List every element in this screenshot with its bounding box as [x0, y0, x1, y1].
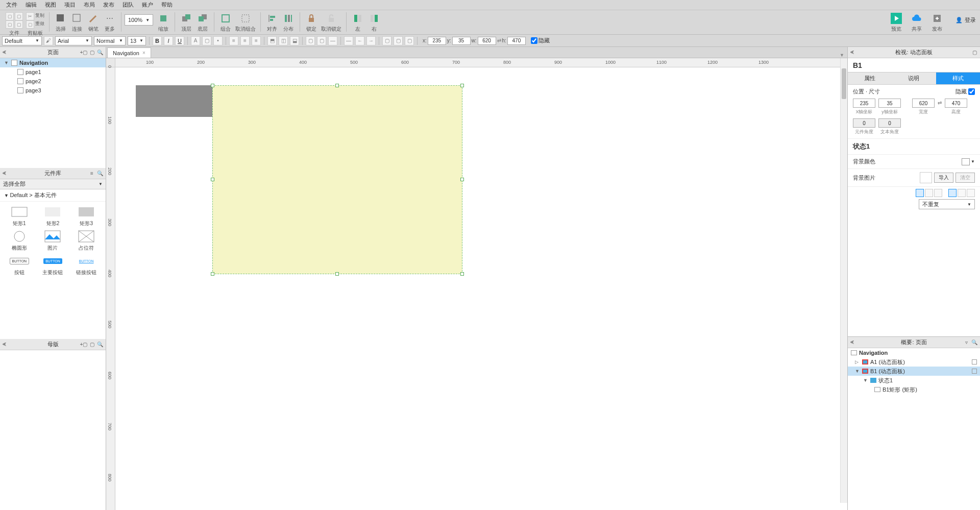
- toolbar-file[interactable]: ▢ ▢ ▢ ▢ 文件: [4, 12, 24, 37]
- toolbar-align[interactable]: 对齐: [264, 12, 280, 33]
- opacity-button[interactable]: ▢: [405, 36, 414, 45]
- menu-account[interactable]: 账户: [138, 0, 157, 10]
- resize-handle[interactable]: [460, 84, 464, 87]
- color-swatch[interactable]: [962, 158, 970, 165]
- canvas[interactable]: [115, 67, 847, 510]
- image-preview[interactable]: [920, 172, 932, 183]
- toolbar-dock-right[interactable]: 右: [366, 12, 382, 33]
- add-page-icon[interactable]: +▢: [80, 49, 87, 56]
- h-input[interactable]: [945, 99, 967, 108]
- y-input[interactable]: [452, 37, 471, 45]
- lock-aspect-icon[interactable]: ⇄: [938, 100, 942, 106]
- halign-right-button[interactable]: [934, 189, 942, 197]
- collapse-icon[interactable]: ⮜: [850, 50, 854, 55]
- search-icon[interactable]: 🔍: [96, 170, 104, 177]
- weight-combo[interactable]: Normal▼: [94, 36, 126, 45]
- h-input[interactable]: [507, 37, 526, 45]
- toolbar-dock-left[interactable]: 左: [350, 12, 366, 33]
- lock-aspect-icon[interactable]: ⇄: [497, 38, 501, 43]
- toolbar-publish[interactable]: 发布: [929, 12, 945, 33]
- widget-rect1[interactable]: 矩形1: [4, 206, 35, 227]
- menu-file[interactable]: 文件: [2, 0, 21, 10]
- shadow-outer-button[interactable]: ▢: [382, 36, 391, 45]
- arrow-end-button[interactable]: →: [366, 36, 376, 45]
- saveas-icon[interactable]: ▢: [15, 20, 23, 29]
- valign-bot-button[interactable]: [967, 189, 975, 197]
- ruler-vertical[interactable]: 0100200300400500600700800: [106, 67, 115, 510]
- hide-checkbox[interactable]: 隐藏: [531, 37, 550, 44]
- tab-properties[interactable]: 属性: [848, 72, 892, 84]
- line-style-button[interactable]: —: [344, 36, 353, 45]
- fill-color-button[interactable]: ▢: [306, 36, 315, 45]
- y-input[interactable]: [878, 99, 901, 108]
- bullet-button[interactable]: •: [213, 36, 223, 45]
- toolbar-clipboard[interactable]: ✂ 复制 ▢ 重做 剪贴板: [24, 12, 46, 37]
- new-file-icon[interactable]: ▢: [6, 12, 14, 20]
- outline-item-visibility[interactable]: [972, 369, 977, 374]
- widget-rect3[interactable]: 矩形3: [71, 206, 102, 227]
- close-icon[interactable]: ×: [142, 50, 145, 56]
- toolbar-front[interactable]: 顶层: [178, 12, 194, 33]
- widget-rect2[interactable]: 矩形2: [38, 206, 68, 227]
- resize-handle[interactable]: [335, 84, 339, 87]
- toolbar-distribute[interactable]: 分布: [280, 12, 297, 33]
- align-left-button[interactable]: ≡: [229, 36, 238, 45]
- widget-button[interactable]: BUTTON按钮: [4, 255, 35, 276]
- widget-placeholder[interactable]: 占位符: [71, 230, 102, 252]
- halign-left-button[interactable]: [916, 189, 924, 197]
- outline-item-b1[interactable]: ▼ B1 (动态面板): [848, 367, 980, 376]
- underline-button[interactable]: U: [175, 36, 184, 45]
- style-combo[interactable]: Default▼: [2, 36, 42, 45]
- search-icon[interactable]: 🔍: [96, 49, 104, 56]
- widget-a1[interactable]: [136, 85, 212, 117]
- filter-icon[interactable]: ▿: [963, 339, 970, 346]
- cut-icon[interactable]: ✂: [26, 12, 34, 20]
- border-width-button[interactable]: —: [328, 36, 337, 45]
- italic-button[interactable]: I: [164, 36, 173, 45]
- lib-menu-icon[interactable]: ≡: [88, 170, 95, 177]
- shadow-inner-button[interactable]: ▢: [394, 36, 403, 45]
- page-icon[interactable]: ▢: [971, 49, 978, 56]
- repeat-combo[interactable]: 不重复▼: [919, 199, 975, 209]
- toolbar-pen[interactable]: 钢笔: [85, 12, 102, 33]
- lib-breadcrumb[interactable]: ▼ Default > 基本元件: [0, 189, 106, 202]
- toolbar-zoom[interactable]: 缩放: [155, 12, 172, 33]
- x-input[interactable]: [853, 99, 875, 108]
- toolbar-preview[interactable]: 预览: [888, 12, 904, 33]
- menu-edit[interactable]: 编辑: [21, 0, 41, 10]
- outline-item-visibility[interactable]: [972, 359, 977, 365]
- text-color-button[interactable]: A: [191, 36, 200, 45]
- outline-item-state1[interactable]: ▼ 状态1: [848, 376, 980, 385]
- size-combo[interactable]: 13▼: [128, 36, 146, 45]
- tab-style[interactable]: 样式: [936, 72, 980, 84]
- resize-handle[interactable]: [211, 178, 214, 181]
- collapse-icon[interactable]: ⮜: [2, 171, 7, 176]
- toolbar-ungroup[interactable]: 取消组合: [234, 12, 257, 33]
- toolbar-back[interactable]: 底层: [194, 12, 211, 33]
- menu-layout[interactable]: 布局: [80, 0, 99, 10]
- toolbar-lock[interactable]: 锁定: [303, 12, 320, 33]
- toolbar-select[interactable]: 选择: [53, 12, 69, 33]
- resize-handle[interactable]: [460, 272, 464, 276]
- widget-b1-selected[interactable]: [212, 85, 462, 274]
- scrollbar-thumb[interactable]: [842, 68, 846, 99]
- login-button[interactable]: 👤 登录: [955, 16, 976, 24]
- collapse-icon[interactable]: ⮜: [2, 50, 7, 55]
- valign-mid-button[interactable]: [958, 189, 966, 197]
- scrollbar-vertical[interactable]: [840, 58, 847, 503]
- outline-item-b1rect[interactable]: B1矩形 (矩形): [848, 385, 980, 394]
- resize-handle[interactable]: [211, 272, 214, 276]
- menu-publish[interactable]: 发布: [99, 0, 118, 10]
- page-tab[interactable]: Navigation ×: [107, 47, 151, 58]
- arrow-start-button[interactable]: ←: [355, 36, 364, 45]
- inspector-name-input[interactable]: B1: [848, 58, 980, 72]
- toolbar-more[interactable]: ⋯ 更多: [102, 12, 118, 33]
- w-input[interactable]: [478, 37, 496, 45]
- toolbar-group[interactable]: 组合: [217, 12, 234, 33]
- lib-combo[interactable]: 选择全部▼: [0, 179, 106, 189]
- toolbar-unlock[interactable]: 取消锁定: [320, 12, 343, 33]
- collapse-icon[interactable]: ⮜: [2, 342, 7, 347]
- resize-handle[interactable]: [335, 272, 339, 276]
- menu-help[interactable]: 帮助: [157, 0, 177, 10]
- menu-view[interactable]: 视图: [41, 0, 60, 10]
